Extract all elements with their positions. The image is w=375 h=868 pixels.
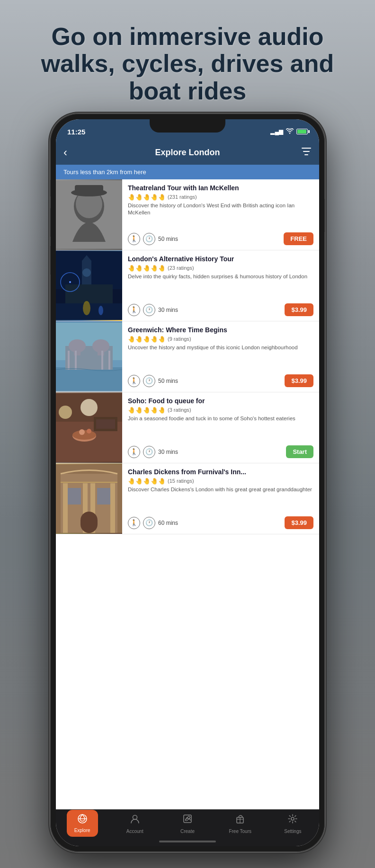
tour-meta-3: 🚶 🕐 50 mins $3.99 bbox=[128, 374, 313, 387]
app-header: ‹ Explore London bbox=[56, 140, 319, 165]
svg-rect-5 bbox=[75, 185, 103, 194]
tour-ratings-4: 🤚🤚🤚🤚🤚 (3 ratings) bbox=[128, 407, 313, 414]
tour-desc-1: Discover the history of London's West En… bbox=[128, 202, 313, 229]
tour-ratings-1: 🤚🤚🤚🤚🤚 (231 ratings) bbox=[128, 194, 313, 201]
tour-meta-2: 🚶 🕐 30 mins $3.99 bbox=[128, 303, 313, 316]
ratings-count-4: (3 ratings) bbox=[168, 407, 191, 413]
back-button[interactable]: ‹ bbox=[63, 146, 79, 159]
tour-desc-5: Discover Charles Dickens's London with h… bbox=[128, 486, 313, 513]
tour-meta-1: 🚶 🕐 50 mins FREE bbox=[128, 232, 313, 245]
tour-name-2: London's Alternative History Tour bbox=[128, 255, 313, 263]
tour-ratings-2: 🤚🤚🤚🤚🤚 (23 ratings) bbox=[128, 265, 313, 272]
walk-icon-4: 🚶 bbox=[128, 446, 140, 458]
tour-ratings-3: 🤚🤚🤚🤚🤚 (9 ratings) bbox=[128, 336, 313, 343]
tour-card-2[interactable]: London's Alternative History Tour 🤚🤚🤚🤚🤚 … bbox=[56, 250, 319, 321]
svg-point-11 bbox=[82, 268, 91, 277]
create-icon bbox=[182, 814, 193, 827]
mute-button bbox=[50, 180, 51, 196]
svg-point-14 bbox=[98, 306, 103, 315]
stars-1: 🤚🤚🤚🤚🤚 bbox=[128, 194, 166, 201]
settings-icon bbox=[287, 814, 298, 827]
walk-icon-2: 🚶 bbox=[128, 304, 140, 316]
nav-item-free-tours[interactable]: Free Tours bbox=[214, 814, 267, 834]
price-button-2[interactable]: $3.99 bbox=[285, 303, 313, 316]
volume-down-button bbox=[50, 246, 51, 275]
svg-rect-44 bbox=[110, 483, 115, 533]
account-label: Account bbox=[126, 829, 143, 834]
nav-item-explore[interactable]: Explore bbox=[56, 814, 108, 837]
svg-point-13 bbox=[83, 301, 90, 315]
tour-thumbnail-4 bbox=[56, 392, 122, 463]
time-icon-4: 🕐 bbox=[143, 446, 155, 458]
tour-name-4: Soho: Food to queue for bbox=[128, 397, 313, 405]
tour-info-5: Charles Dickens from Furnival's Inn... 🤚… bbox=[122, 463, 319, 534]
svg-rect-26 bbox=[75, 351, 77, 370]
location-banner: Tours less than 2km from here bbox=[56, 165, 319, 179]
ratings-count-2: (23 ratings) bbox=[168, 265, 194, 271]
tour-card-5[interactable]: Charles Dickens from Furnival's Inn... 🤚… bbox=[56, 463, 319, 534]
walk-icon-3: 🚶 bbox=[128, 375, 140, 387]
tour-card[interactable]: Theatreland Tour with Ian McKellen 🤚🤚🤚🤚🤚… bbox=[56, 179, 319, 250]
time-icon-2: 🕐 bbox=[143, 304, 155, 316]
svg-rect-27 bbox=[101, 351, 103, 370]
filter-button[interactable] bbox=[296, 146, 312, 159]
svg-rect-25 bbox=[68, 351, 70, 370]
svg-point-32 bbox=[80, 399, 98, 416]
power-button bbox=[324, 199, 325, 232]
account-icon bbox=[130, 814, 140, 827]
volume-up-button bbox=[50, 208, 51, 237]
tour-duration-4: 🚶 🕐 30 mins bbox=[128, 446, 178, 458]
status-icons: ▂▄▆ bbox=[270, 128, 308, 135]
notch bbox=[150, 119, 225, 133]
stars-4: 🤚🤚🤚🤚🤚 bbox=[128, 407, 166, 414]
phone-screen: 11:25 ▂▄▆ ‹ Expl bbox=[56, 119, 319, 846]
tour-card-4[interactable]: Soho: Food to queue for 🤚🤚🤚🤚🤚 (3 ratings… bbox=[56, 392, 319, 463]
page-title: Explore London bbox=[155, 148, 220, 158]
tour-name-5: Charles Dickens from Furnival's Inn... bbox=[128, 468, 313, 476]
phone-frame: 11:25 ▂▄▆ ‹ Expl bbox=[50, 114, 325, 852]
tours-list[interactable]: Theatreland Tour with Ian McKellen 🤚🤚🤚🤚🤚… bbox=[56, 179, 319, 817]
svg-rect-50 bbox=[184, 815, 191, 823]
tour-meta-4: 🚶 🕐 30 mins Start bbox=[128, 445, 313, 458]
svg-point-52 bbox=[291, 817, 294, 820]
duration-text-2: 30 mins bbox=[158, 307, 178, 313]
explore-icon bbox=[77, 814, 88, 827]
tour-card-3[interactable]: Greenwich: Where Time Begins 🤚🤚🤚🤚🤚 (9 ra… bbox=[56, 321, 319, 392]
settings-label: Settings bbox=[284, 829, 301, 834]
stars-5: 🤚🤚🤚🤚🤚 bbox=[128, 478, 166, 485]
tour-desc-4: Join a seasoned foodie and tuck in to so… bbox=[128, 415, 313, 442]
svg-rect-41 bbox=[63, 483, 68, 533]
tour-thumbnail-2 bbox=[56, 250, 122, 321]
free-tours-label: Free Tours bbox=[229, 829, 251, 834]
nav-item-account[interactable]: Account bbox=[108, 814, 161, 834]
tour-duration-2: 🚶 🕐 30 mins bbox=[128, 304, 178, 316]
price-button-5[interactable]: $3.99 bbox=[285, 516, 313, 529]
time-icon-1: 🕐 bbox=[143, 233, 155, 245]
nav-item-settings[interactable]: Settings bbox=[267, 814, 319, 834]
tour-duration-3: 🚶 🕐 50 mins bbox=[128, 375, 178, 387]
battery-icon bbox=[296, 129, 308, 134]
explore-label: Explore bbox=[74, 828, 90, 833]
nav-item-create[interactable]: Create bbox=[161, 814, 214, 834]
tour-name-1: Theatreland Tour with Ian McKellen bbox=[128, 184, 313, 192]
tour-thumbnail-1 bbox=[56, 179, 122, 250]
tour-info-1: Theatreland Tour with Ian McKellen 🤚🤚🤚🤚🤚… bbox=[122, 179, 319, 250]
signal-icon: ▂▄▆ bbox=[270, 128, 283, 135]
time-icon-3: 🕐 bbox=[143, 375, 155, 387]
svg-point-31 bbox=[59, 406, 72, 419]
svg-point-37 bbox=[79, 429, 85, 435]
stars-2: 🤚🤚🤚🤚🤚 bbox=[128, 265, 166, 272]
tour-ratings-5: 🤚🤚🤚🤚🤚 (15 ratings) bbox=[128, 478, 313, 485]
tour-desc-2: Delve into the quirky facts, hidden surp… bbox=[128, 273, 313, 300]
tour-info-3: Greenwich: Where Time Begins 🤚🤚🤚🤚🤚 (9 ra… bbox=[122, 321, 319, 392]
tour-desc-3: Uncover the history and mystique of this… bbox=[128, 344, 313, 371]
tour-duration-5: 🚶 🕐 60 mins bbox=[128, 517, 178, 529]
svg-rect-12 bbox=[65, 284, 113, 303]
svg-point-38 bbox=[87, 429, 91, 434]
price-button-3[interactable]: $3.99 bbox=[285, 374, 313, 387]
price-button-4[interactable]: Start bbox=[286, 445, 313, 458]
status-time: 11:25 bbox=[67, 128, 85, 136]
price-button-1[interactable]: FREE bbox=[284, 232, 313, 245]
duration-text-5: 60 mins bbox=[158, 520, 178, 526]
create-label: Create bbox=[180, 829, 195, 834]
